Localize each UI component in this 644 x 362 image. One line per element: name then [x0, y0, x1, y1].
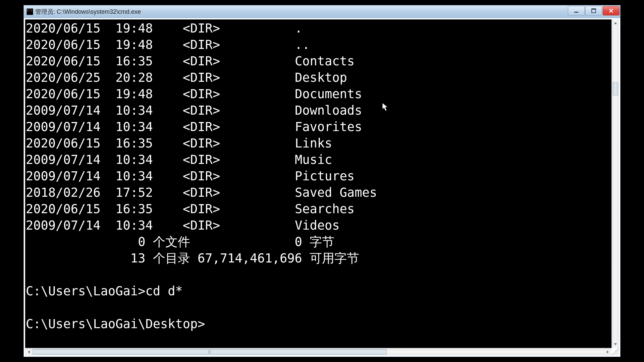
resize-grip[interactable]	[611, 348, 619, 355]
chevron-left-icon	[27, 350, 31, 354]
maximize-button[interactable]	[585, 6, 602, 15]
vscroll-thumb[interactable]	[612, 82, 618, 96]
scroll-up-button[interactable]	[612, 19, 619, 27]
titlebar[interactable]: 管理员: C:\Windows\system32\cmd.exe	[24, 5, 620, 18]
minimize-button[interactable]	[568, 6, 585, 15]
svg-marker-4	[614, 343, 617, 345]
minimize-icon	[574, 8, 579, 13]
hscroll-thumb[interactable]	[33, 349, 387, 355]
close-icon	[608, 8, 614, 13]
cmd-window: 管理员: C:\Windows\system32\cmd.exe 2020/06…	[23, 5, 621, 357]
svg-marker-3	[614, 22, 617, 24]
window-title: 管理员: C:\Windows\system32\cmd.exe	[35, 8, 619, 16]
svg-marker-5	[28, 351, 30, 353]
scroll-down-button[interactable]	[612, 341, 619, 348]
scroll-left-button[interactable]	[25, 348, 33, 355]
chevron-down-icon	[614, 343, 617, 346]
svg-rect-2	[592, 9, 596, 10]
svg-rect-0	[574, 12, 578, 13]
horizontal-scrollbar[interactable]	[25, 348, 611, 355]
cmd-icon	[26, 8, 33, 15]
hscroll-track[interactable]	[33, 348, 604, 355]
window-controls	[568, 6, 620, 15]
vertical-scrollbar[interactable]	[611, 19, 619, 348]
chevron-right-icon	[606, 350, 609, 354]
vscroll-track[interactable]	[612, 27, 619, 341]
client-area: 2020/06/15 19:48 <DIR> . 2020/06/15 19:4…	[24, 18, 620, 357]
chevron-up-icon	[614, 21, 617, 25]
svg-marker-6	[607, 351, 609, 353]
close-button[interactable]	[603, 6, 620, 15]
maximize-icon	[591, 8, 596, 13]
terminal-output[interactable]: 2020/06/15 19:48 <DIR> . 2020/06/15 19:4…	[25, 19, 611, 348]
scroll-right-button[interactable]	[604, 348, 611, 355]
